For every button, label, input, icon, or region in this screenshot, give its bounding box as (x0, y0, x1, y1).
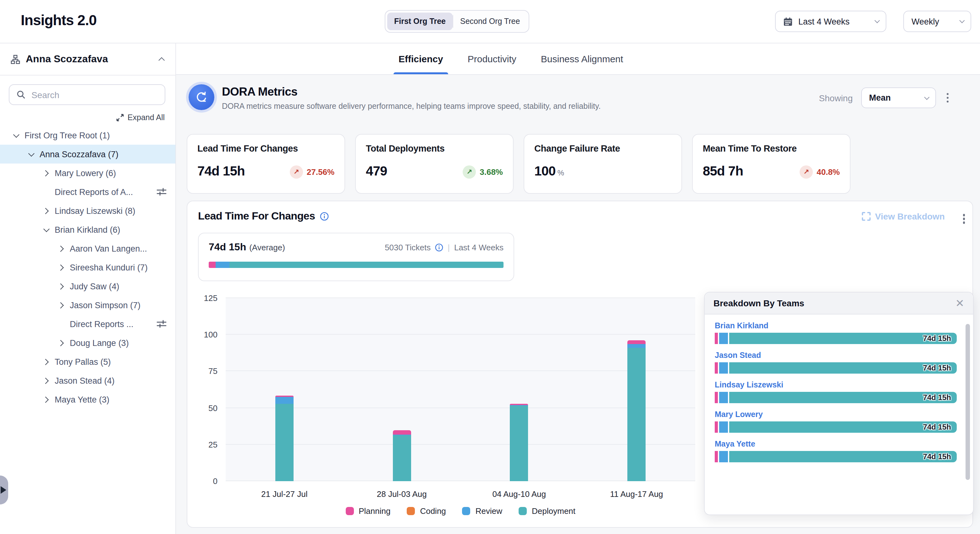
metric-card-change-failure-rate: Change Failure Rate100 % (523, 134, 682, 194)
sidebar-item-anna-scozzafava-7[interactable]: Anna Scozzafava (7) (0, 145, 175, 164)
tree-item-label: First Org Tree Root (1) (24, 131, 167, 140)
chevron-down-icon[interactable] (28, 150, 34, 156)
tree-item-label: Mary Lowery (6) (55, 168, 167, 178)
trend-up-icon: ↗ (463, 166, 476, 179)
sidebar-item-jason-stead-4[interactable]: Jason Stead (4) (0, 371, 175, 390)
chevron-right-icon[interactable] (42, 378, 48, 384)
segment-review (719, 362, 728, 374)
team-name-link[interactable]: Lindsay Liszewski (715, 381, 957, 389)
tree-item-label: Judy Saw (4) (70, 282, 167, 291)
legend-item-deployment[interactable]: Deployment (519, 506, 576, 516)
y-axis-tick: 100 (204, 330, 218, 340)
chevron-right-icon[interactable] (57, 264, 64, 271)
date-range-value: Last 4 Weeks (798, 17, 850, 26)
tab-productivity[interactable]: Productivity (466, 43, 518, 74)
dora-menu-button[interactable] (944, 89, 951, 107)
team-phase-bar: 74d 15h (715, 333, 957, 344)
team-name-link[interactable]: Maya Yette (715, 440, 957, 448)
sidebar-item-jason-simpson-7[interactable]: Jason Simpson (7) (0, 296, 175, 314)
org-tree: First Org Tree Root (1)Anna Scozzafava (… (0, 126, 175, 409)
sidebar-user-header[interactable]: Anna Scozzafava (0, 43, 175, 75)
sidebar-search[interactable] (9, 84, 165, 105)
chart-bar-1[interactable] (275, 395, 294, 481)
chart-bar-4[interactable] (627, 340, 646, 481)
metric-card-mean-time-to-restore: Mean Time To Restore85d 7h↗40.8% (692, 134, 851, 194)
chevron-right-icon[interactable] (42, 396, 48, 403)
filter-sliders-icon[interactable] (156, 319, 167, 328)
panel-scrollbar[interactable] (966, 321, 970, 507)
aggregation-select[interactable]: Mean (861, 88, 936, 108)
summary-period: Last 4 Weeks (454, 242, 504, 252)
expand-all-label: Expand All (127, 113, 165, 122)
view-breakdown-button[interactable]: View Breakdown (862, 211, 945, 222)
chevron-right-icon[interactable] (57, 283, 64, 289)
sidebar-item-sireesha-kunduri-7[interactable]: Sireesha Kunduri (7) (0, 258, 175, 277)
x-axis-label: 04 Aug-10 Aug (492, 489, 546, 499)
content-area: DORA Metrics DORA metrics measure softwa… (176, 75, 980, 534)
chevron-right-icon[interactable] (57, 302, 64, 308)
tree-item-label: Anna Scozzafava (7) (40, 149, 167, 159)
sidebar-item-doug-lange-3[interactable]: Doug Lange (3) (0, 333, 175, 352)
metric-title: Total Deployments (366, 143, 503, 153)
chevron-down-icon[interactable] (43, 225, 49, 232)
sidebar-item-brian-kirkland-6[interactable]: Brian Kirkland (6) (0, 220, 175, 239)
org-toggle-first-org-tree[interactable]: First Org Tree (387, 13, 453, 30)
info-icon[interactable] (320, 212, 329, 221)
summary-value: 74d 15h (209, 242, 246, 253)
chevron-right-icon[interactable] (42, 359, 48, 365)
scrollbar-thumb[interactable] (966, 324, 970, 480)
chevron-down-icon[interactable] (13, 131, 19, 137)
sidebar-item-aaron-van-langen[interactable]: Aaron Van Langen... (0, 239, 175, 258)
chart-bar-2[interactable] (393, 430, 411, 481)
granularity-value: Weekly (912, 17, 939, 26)
chevron-right-icon[interactable] (42, 170, 48, 176)
sidebar-item-judy-saw-4[interactable]: Judy Saw (4) (0, 277, 175, 296)
metric-value: 479 (366, 164, 387, 179)
tab-business-alignment[interactable]: Business Alignment (540, 43, 625, 74)
chevron-right-icon[interactable] (57, 245, 64, 252)
tree-item-label: Brian Kirkland (6) (55, 225, 167, 234)
sidebar-collapse-handle[interactable] (0, 475, 8, 504)
sidebar-item-lindsay-liszewski-8[interactable]: Lindsay Liszewski (8) (0, 201, 175, 220)
sidebar-item-mary-lowery-6[interactable]: Mary Lowery (6) (0, 164, 175, 182)
info-icon[interactable] (435, 243, 443, 251)
app-title: Insights 2.0 (21, 12, 97, 29)
lead-time-summary-card: 74d 15h (Average) 5030 Tickets | Last 4 … (198, 233, 514, 281)
chevron-right-icon[interactable] (57, 340, 64, 346)
granularity-select[interactable]: Weekly (903, 11, 971, 32)
team-name-link[interactable]: Mary Lowery (715, 410, 957, 419)
legend-label: Deployment (532, 506, 576, 516)
legend-label: Planning (359, 506, 390, 516)
dora-title: DORA Metrics (222, 85, 298, 99)
chart-bar-3[interactable] (510, 404, 528, 481)
team-name-link[interactable]: Brian Kirkland (715, 321, 957, 330)
x-axis-label: 21 Jul-27 Jul (261, 489, 307, 499)
sidebar-item-maya-yette-3[interactable]: Maya Yette (3) (0, 390, 175, 409)
org-toggle-second-org-tree[interactable]: Second Org Tree (453, 13, 527, 30)
chevron-right-icon[interactable] (42, 207, 48, 214)
section-menu-button[interactable] (960, 210, 967, 227)
segment-deployment: 74d 15h (729, 421, 957, 433)
dora-cycle-icon (189, 84, 214, 110)
expand-corners-icon (862, 212, 870, 221)
x-axis-label: 28 Jul-03 Aug (377, 489, 427, 499)
legend-item-coding[interactable]: Coding (407, 506, 446, 516)
team-name-link[interactable]: Jason Stead (715, 351, 957, 360)
date-range-select[interactable]: Last 4 Weeks (775, 11, 886, 32)
team-row-brian-kirkland: Brian Kirkland74d 15h (715, 321, 957, 344)
legend-item-review[interactable]: Review (462, 506, 502, 516)
search-icon (16, 90, 26, 99)
tree-item-label: Doug Lange (3) (70, 338, 167, 347)
search-input[interactable] (32, 89, 158, 100)
tab-efficiency[interactable]: Efficiency (397, 43, 444, 74)
expand-all-button[interactable]: Expand All (0, 113, 165, 122)
segment-planning (715, 362, 718, 374)
sidebar-item-direct-reports-of-a[interactable]: Direct Reports of A... (0, 182, 175, 201)
sidebar-item-direct-reports[interactable]: Direct Reports ... (0, 314, 175, 333)
chevron-up-icon[interactable] (158, 57, 165, 63)
legend-item-planning[interactable]: Planning (345, 506, 390, 516)
sidebar-item-tony-pallas-5[interactable]: Tony Pallas (5) (0, 352, 175, 371)
close-icon[interactable]: ✕ (956, 298, 965, 309)
sidebar-item-first-org-tree-root-1[interactable]: First Org Tree Root (1) (0, 126, 175, 145)
filter-sliders-icon[interactable] (156, 187, 167, 196)
